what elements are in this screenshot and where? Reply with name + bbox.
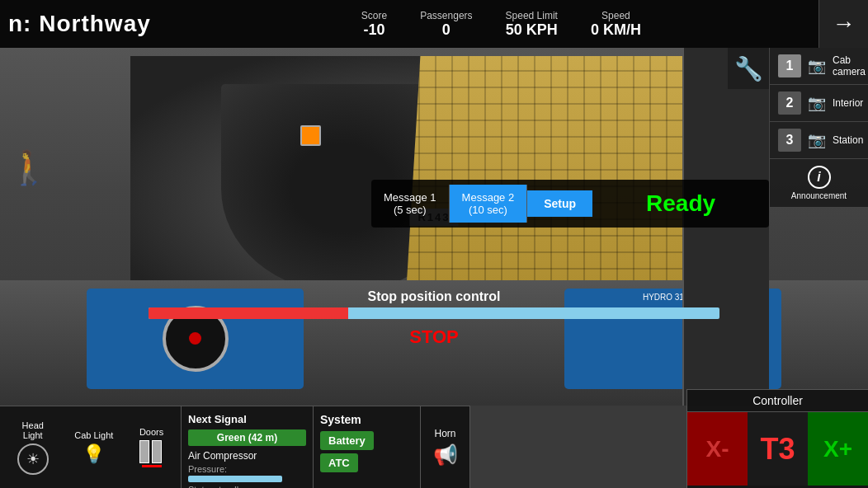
passenger-icon: 🚶 [8,148,50,187]
door-right [152,440,162,463]
door-indicator [142,465,162,467]
station-camera-button[interactable]: 3 📷 Station [770,122,868,159]
stop-indicator: STOP [409,326,459,348]
controller-buttons: X- T3 X+ [687,412,868,486]
speed-needle-center [189,332,201,345]
compressor-state: State: standby [188,485,306,488]
interior-camera-label: Interior [833,97,863,109]
station-camera-label: Station [833,134,863,146]
camera2-icon: 📷 [808,94,826,112]
speed-value: 0 KM/H [591,21,641,39]
ready-status: Ready [592,190,769,217]
signal-status: Green (42 m) [188,429,306,446]
setup-button[interactable]: Setup [527,190,592,217]
camera1-icon: 📷 [808,57,826,75]
score-stat: Score -10 [361,10,387,39]
game-view: 04:04 R143 [0,0,868,488]
wrench-icon: 🔧 [734,55,763,82]
message-bar: Message 1 (5 sec) Message 2 (10 sec) Set… [371,180,769,228]
doors-control: Doors [139,427,163,467]
passengers-label: Passengers [420,10,472,21]
cab-camera-label: Cab camera [833,54,866,77]
doors-label: Doors [139,427,163,437]
headlight-symbol: ☀ [26,450,40,468]
speed-limit-value: 50 KPH [506,21,558,39]
cab-camera-button[interactable]: 1 📷 Cab camera [770,48,868,85]
speed-label: Speed [591,10,641,21]
station-title: n: Northway [0,11,151,37]
speed-limit-label: Speed Limit [506,10,558,21]
passengers-stat: Passengers 0 [420,10,472,39]
x-plus-label: X+ [823,436,852,462]
t3-display: T3 [748,412,808,486]
cablight-control: Cab Light 💡 [74,430,113,465]
headlight-label: HeadLight [17,420,49,440]
message1-label: Message 1 [384,191,436,204]
announcement-label: Announcement [791,191,847,200]
headlight-icon[interactable]: ☀ [17,443,49,475]
controller-panel: Controller X- T3 X+ [686,389,868,488]
settings-button[interactable]: 🔧 [728,48,769,89]
info-icon: i [808,166,831,189]
cam1-number: 1 [778,54,801,77]
signal-light [300,125,321,146]
interior-camera-button[interactable]: 2 📷 Interior [770,85,868,122]
score-value: -10 [361,21,387,39]
message1-button[interactable]: Message 1 (5 sec) [371,185,450,223]
message2-sub: (10 sec) [462,204,515,216]
door-left [139,440,149,463]
doors-icon[interactable] [139,440,163,463]
next-signal-panel: Next Signal Green (42 m) Air Compressor … [182,406,314,488]
t3-label: T3 [760,432,795,467]
system-panel: System Battery ATC [314,406,421,488]
horn-icon: 📢 [433,443,458,467]
x-minus-label: X- [706,436,729,462]
stop-progress-track [149,307,719,319]
exit-icon: → [833,11,856,37]
stop-position-bar: Stop position control [149,289,719,319]
speed-stat: Speed 0 KM/H [591,10,641,39]
x-minus-button[interactable]: X- [687,412,748,486]
top-hud: n: Northway Score -10 Passengers 0 Speed… [0,0,868,48]
setup-label: Setup [544,197,576,210]
message2-button[interactable]: Message 2 (10 sec) [450,185,528,223]
message1-sub: (5 sec) [384,204,436,216]
passengers-value: 0 [420,21,472,39]
message2-label: Message 2 [462,191,515,204]
headlight-control: HeadLight ☀ [17,420,49,475]
atc-button[interactable]: ATC [320,453,358,472]
horn-label: Horn [434,428,455,439]
system-title: System [320,413,413,426]
cablight-label: Cab Light [74,430,113,440]
camera3-icon: 📷 [808,131,826,149]
hud-stats: Score -10 Passengers 0 Speed Limit 50 KP… [184,10,818,39]
battery-button[interactable]: Battery [320,431,374,450]
stop-position-label: Stop position control [149,289,719,304]
right-camera-panel: 1 📷 Cab camera 2 📷 Interior 3 📷 Station … [769,48,868,208]
speed-limit-stat: Speed Limit 50 KPH [506,10,558,39]
exit-button[interactable]: → [818,0,868,48]
pressure-label: Pressure: [188,464,306,474]
stop-progress-fill [149,307,348,319]
x-plus-button[interactable]: X+ [808,412,868,486]
cam3-number: 3 [778,129,801,152]
bottom-controls: HeadLight ☀ Cab Light 💡 Doors [0,406,182,488]
score-label: Score [361,10,387,21]
horn-button[interactable]: Horn 📢 [421,406,470,488]
cam2-number: 2 [778,92,801,115]
cablight-icon[interactable]: 💡 [74,443,113,465]
air-compressor-label: Air Compressor [188,450,306,462]
next-signal-title: Next Signal [188,413,306,425]
controller-title: Controller [687,390,868,412]
announcement-button[interactable]: i Announcement [770,159,868,208]
pressure-bar [188,476,282,482]
